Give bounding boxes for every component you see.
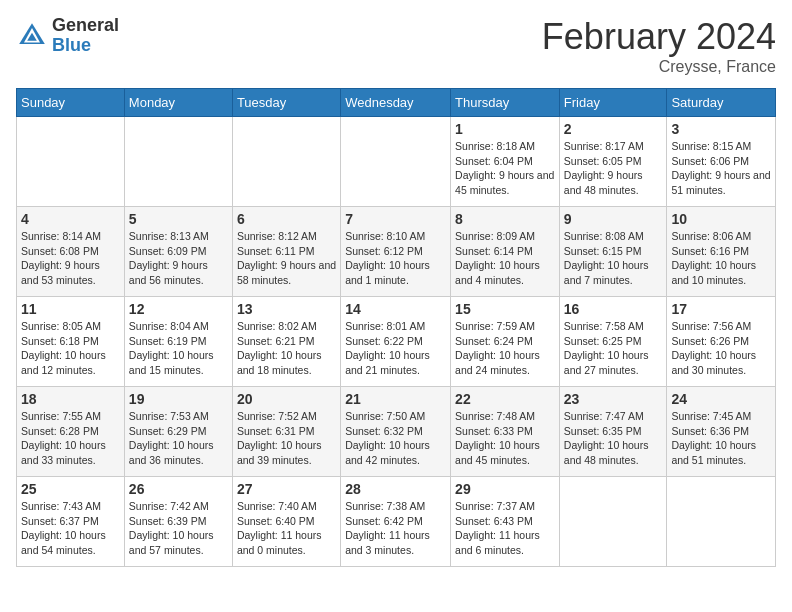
calendar-cell: 8Sunrise: 8:09 AM Sunset: 6:14 PM Daylig…: [451, 207, 560, 297]
day-info: Sunrise: 7:38 AM Sunset: 6:42 PM Dayligh…: [345, 499, 446, 558]
calendar-cell: 20Sunrise: 7:52 AM Sunset: 6:31 PM Dayli…: [232, 387, 340, 477]
page-header: General Blue February 2024 Creysse, Fran…: [16, 16, 776, 76]
day-info: Sunrise: 8:13 AM Sunset: 6:09 PM Dayligh…: [129, 229, 228, 288]
day-info: Sunrise: 7:53 AM Sunset: 6:29 PM Dayligh…: [129, 409, 228, 468]
calendar-cell: 25Sunrise: 7:43 AM Sunset: 6:37 PM Dayli…: [17, 477, 125, 567]
calendar-cell: 14Sunrise: 8:01 AM Sunset: 6:22 PM Dayli…: [341, 297, 451, 387]
calendar-cell: [559, 477, 667, 567]
day-info: Sunrise: 8:02 AM Sunset: 6:21 PM Dayligh…: [237, 319, 336, 378]
day-number: 19: [129, 391, 228, 407]
day-number: 25: [21, 481, 120, 497]
day-info: Sunrise: 7:45 AM Sunset: 6:36 PM Dayligh…: [671, 409, 771, 468]
day-info: Sunrise: 7:37 AM Sunset: 6:43 PM Dayligh…: [455, 499, 555, 558]
calendar-cell: 23Sunrise: 7:47 AM Sunset: 6:35 PM Dayli…: [559, 387, 667, 477]
calendar-cell: 13Sunrise: 8:02 AM Sunset: 6:21 PM Dayli…: [232, 297, 340, 387]
logo-general-text: General: [52, 16, 119, 36]
calendar-body: 1Sunrise: 8:18 AM Sunset: 6:04 PM Daylig…: [17, 117, 776, 567]
calendar-table: SundayMondayTuesdayWednesdayThursdayFrid…: [16, 88, 776, 567]
calendar-cell: 29Sunrise: 7:37 AM Sunset: 6:43 PM Dayli…: [451, 477, 560, 567]
day-number: 17: [671, 301, 771, 317]
day-number: 24: [671, 391, 771, 407]
calendar-header: SundayMondayTuesdayWednesdayThursdayFrid…: [17, 89, 776, 117]
calendar-cell: 3Sunrise: 8:15 AM Sunset: 6:06 PM Daylig…: [667, 117, 776, 207]
day-number: 3: [671, 121, 771, 137]
calendar-cell: [667, 477, 776, 567]
calendar-cell: 26Sunrise: 7:42 AM Sunset: 6:39 PM Dayli…: [124, 477, 232, 567]
day-number: 9: [564, 211, 663, 227]
header-day-sunday: Sunday: [17, 89, 125, 117]
week-row-5: 25Sunrise: 7:43 AM Sunset: 6:37 PM Dayli…: [17, 477, 776, 567]
day-number: 16: [564, 301, 663, 317]
week-row-1: 1Sunrise: 8:18 AM Sunset: 6:04 PM Daylig…: [17, 117, 776, 207]
day-info: Sunrise: 8:10 AM Sunset: 6:12 PM Dayligh…: [345, 229, 446, 288]
calendar-cell: 19Sunrise: 7:53 AM Sunset: 6:29 PM Dayli…: [124, 387, 232, 477]
calendar-cell: [341, 117, 451, 207]
day-info: Sunrise: 8:09 AM Sunset: 6:14 PM Dayligh…: [455, 229, 555, 288]
day-info: Sunrise: 7:48 AM Sunset: 6:33 PM Dayligh…: [455, 409, 555, 468]
month-title: February 2024: [542, 16, 776, 58]
calendar-cell: 27Sunrise: 7:40 AM Sunset: 6:40 PM Dayli…: [232, 477, 340, 567]
calendar-cell: 16Sunrise: 7:58 AM Sunset: 6:25 PM Dayli…: [559, 297, 667, 387]
day-number: 7: [345, 211, 446, 227]
day-info: Sunrise: 8:05 AM Sunset: 6:18 PM Dayligh…: [21, 319, 120, 378]
day-info: Sunrise: 8:12 AM Sunset: 6:11 PM Dayligh…: [237, 229, 336, 288]
day-info: Sunrise: 7:40 AM Sunset: 6:40 PM Dayligh…: [237, 499, 336, 558]
day-info: Sunrise: 7:56 AM Sunset: 6:26 PM Dayligh…: [671, 319, 771, 378]
week-row-3: 11Sunrise: 8:05 AM Sunset: 6:18 PM Dayli…: [17, 297, 776, 387]
calendar-cell: 12Sunrise: 8:04 AM Sunset: 6:19 PM Dayli…: [124, 297, 232, 387]
day-number: 20: [237, 391, 336, 407]
calendar-cell: 15Sunrise: 7:59 AM Sunset: 6:24 PM Dayli…: [451, 297, 560, 387]
calendar-cell: 21Sunrise: 7:50 AM Sunset: 6:32 PM Dayli…: [341, 387, 451, 477]
calendar-cell: 11Sunrise: 8:05 AM Sunset: 6:18 PM Dayli…: [17, 297, 125, 387]
day-info: Sunrise: 8:15 AM Sunset: 6:06 PM Dayligh…: [671, 139, 771, 198]
logo-text: General Blue: [52, 16, 119, 56]
day-number: 10: [671, 211, 771, 227]
day-number: 13: [237, 301, 336, 317]
day-number: 15: [455, 301, 555, 317]
header-row: SundayMondayTuesdayWednesdayThursdayFrid…: [17, 89, 776, 117]
day-number: 29: [455, 481, 555, 497]
day-info: Sunrise: 7:59 AM Sunset: 6:24 PM Dayligh…: [455, 319, 555, 378]
calendar-cell: 18Sunrise: 7:55 AM Sunset: 6:28 PM Dayli…: [17, 387, 125, 477]
day-info: Sunrise: 7:42 AM Sunset: 6:39 PM Dayligh…: [129, 499, 228, 558]
calendar-cell: 10Sunrise: 8:06 AM Sunset: 6:16 PM Dayli…: [667, 207, 776, 297]
day-number: 21: [345, 391, 446, 407]
calendar-cell: 17Sunrise: 7:56 AM Sunset: 6:26 PM Dayli…: [667, 297, 776, 387]
calendar-cell: 24Sunrise: 7:45 AM Sunset: 6:36 PM Dayli…: [667, 387, 776, 477]
day-number: 14: [345, 301, 446, 317]
day-number: 28: [345, 481, 446, 497]
day-info: Sunrise: 8:18 AM Sunset: 6:04 PM Dayligh…: [455, 139, 555, 198]
day-info: Sunrise: 8:17 AM Sunset: 6:05 PM Dayligh…: [564, 139, 663, 198]
day-number: 18: [21, 391, 120, 407]
day-number: 2: [564, 121, 663, 137]
day-number: 5: [129, 211, 228, 227]
day-number: 4: [21, 211, 120, 227]
day-number: 8: [455, 211, 555, 227]
day-number: 26: [129, 481, 228, 497]
day-info: Sunrise: 7:55 AM Sunset: 6:28 PM Dayligh…: [21, 409, 120, 468]
logo: General Blue: [16, 16, 119, 56]
calendar-cell: [232, 117, 340, 207]
day-number: 12: [129, 301, 228, 317]
header-day-saturday: Saturday: [667, 89, 776, 117]
calendar-cell: 9Sunrise: 8:08 AM Sunset: 6:15 PM Daylig…: [559, 207, 667, 297]
day-info: Sunrise: 8:01 AM Sunset: 6:22 PM Dayligh…: [345, 319, 446, 378]
day-info: Sunrise: 7:58 AM Sunset: 6:25 PM Dayligh…: [564, 319, 663, 378]
header-day-thursday: Thursday: [451, 89, 560, 117]
day-info: Sunrise: 7:47 AM Sunset: 6:35 PM Dayligh…: [564, 409, 663, 468]
calendar-cell: 1Sunrise: 8:18 AM Sunset: 6:04 PM Daylig…: [451, 117, 560, 207]
day-number: 27: [237, 481, 336, 497]
day-number: 11: [21, 301, 120, 317]
calendar-cell: 22Sunrise: 7:48 AM Sunset: 6:33 PM Dayli…: [451, 387, 560, 477]
day-info: Sunrise: 7:43 AM Sunset: 6:37 PM Dayligh…: [21, 499, 120, 558]
calendar-cell: 28Sunrise: 7:38 AM Sunset: 6:42 PM Dayli…: [341, 477, 451, 567]
calendar-cell: 5Sunrise: 8:13 AM Sunset: 6:09 PM Daylig…: [124, 207, 232, 297]
calendar-cell: 4Sunrise: 8:14 AM Sunset: 6:08 PM Daylig…: [17, 207, 125, 297]
week-row-2: 4Sunrise: 8:14 AM Sunset: 6:08 PM Daylig…: [17, 207, 776, 297]
day-info: Sunrise: 8:14 AM Sunset: 6:08 PM Dayligh…: [21, 229, 120, 288]
week-row-4: 18Sunrise: 7:55 AM Sunset: 6:28 PM Dayli…: [17, 387, 776, 477]
calendar-cell: 6Sunrise: 8:12 AM Sunset: 6:11 PM Daylig…: [232, 207, 340, 297]
calendar-cell: 7Sunrise: 8:10 AM Sunset: 6:12 PM Daylig…: [341, 207, 451, 297]
day-number: 1: [455, 121, 555, 137]
title-section: February 2024 Creysse, France: [542, 16, 776, 76]
